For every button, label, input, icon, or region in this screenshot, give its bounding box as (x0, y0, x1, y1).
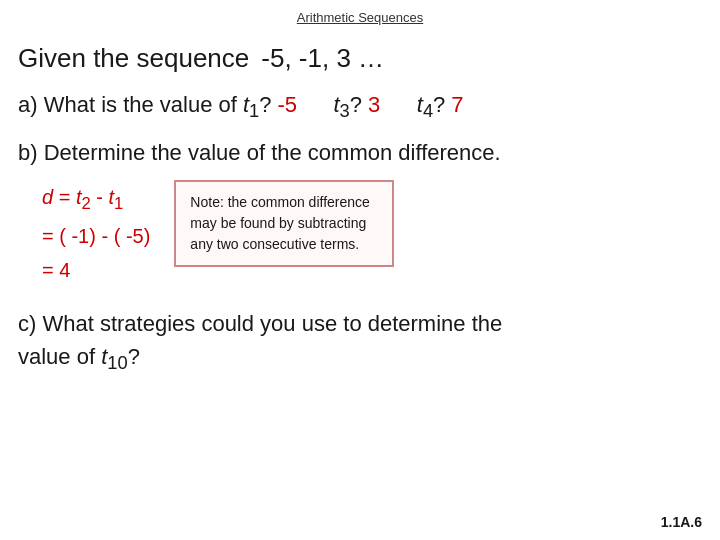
t1-answer: -5 (277, 92, 297, 118)
part-a-t3: t3? (333, 92, 362, 122)
page-title: Arithmetic Sequences (0, 0, 720, 25)
part-c-text2: value of (18, 344, 95, 369)
part-b-label: b) Determine the value of the common dif… (18, 140, 702, 166)
part-c-t10: t10? (101, 344, 140, 369)
part-b-content: d = t2 - t1 = ( -1) - ( -5) = 4 Note: th… (42, 180, 702, 286)
note-body: may be found by subtracting any two cons… (190, 215, 366, 252)
t3-answer: 3 (368, 92, 380, 118)
t3-sub: 3 (340, 100, 350, 121)
derivation-line3: = 4 (42, 253, 150, 287)
part-c-line2: value of t10? (18, 340, 702, 377)
sequence-values: -5, -1, 3 … (261, 43, 384, 74)
sequence-label: Given the sequence (18, 43, 249, 74)
part-a-t1: t1? (243, 92, 272, 122)
main-content: Given the sequence -5, -1, 3 … a) What i… (0, 43, 720, 377)
sequence-line: Given the sequence -5, -1, 3 … (18, 43, 702, 74)
derivation-line2: = ( -1) - ( -5) (42, 219, 150, 253)
note-title: Note: the common difference (190, 194, 370, 210)
t1-sub: 1 (249, 100, 259, 121)
note-box: Note: the common difference may be found… (174, 180, 394, 267)
derivation: d = t2 - t1 = ( -1) - ( -5) = 4 (42, 180, 150, 286)
slide-number: 1.1A.6 (661, 514, 702, 530)
t4-sub: 4 (423, 100, 433, 121)
t4-answer: 7 (451, 92, 463, 118)
derivation-line1: d = t2 - t1 (42, 180, 150, 218)
part-a-t4: t4? (417, 92, 446, 122)
part-a: a) What is the value of t1? -5 t3? 3 t4?… (18, 92, 702, 122)
part-a-label: a) What is the value of (18, 92, 237, 118)
part-c-line1: c) What strategies could you use to dete… (18, 307, 702, 340)
part-c: c) What strategies could you use to dete… (18, 307, 702, 377)
